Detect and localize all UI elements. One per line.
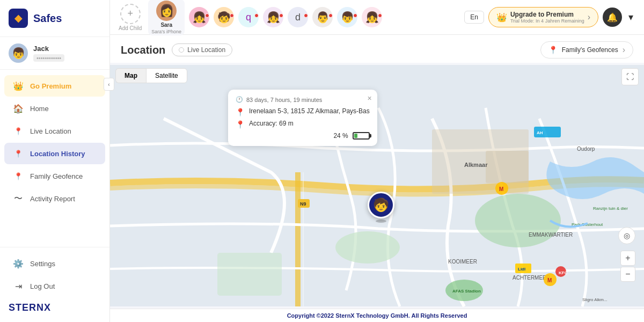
svg-text:Lidl: Lidl — [518, 267, 525, 272]
map-locate-button[interactable]: ◎ — [618, 227, 635, 244]
location-header: Location Live Location 📍 Family's Geofen… — [110, 35, 644, 63]
popup-close-button[interactable]: × — [368, 94, 372, 103]
sidebar-item-label: Activity Report — [30, 195, 75, 203]
svg-point-2 — [335, 231, 400, 264]
home-icon: 🏠 — [13, 103, 24, 114]
map-tab-satellite[interactable]: Satellite — [146, 68, 187, 83]
child-item-6[interactable]: 👨 — [312, 7, 333, 27]
svg-text:KFC: KFC — [559, 270, 568, 275]
locate-icon: ◎ — [618, 227, 635, 244]
sidebar-logo: ◆ Safes — [0, 0, 109, 37]
svg-text:M: M — [499, 186, 503, 192]
logout-icon: ⇥ — [13, 281, 24, 291]
child-avatar-sara: 👩 — [156, 1, 177, 21]
geofence-icon: 📍 — [13, 171, 24, 181]
svg-text:Sligro Alkm...: Sligro Alkm... — [582, 297, 608, 302]
battery-fill — [354, 134, 357, 138]
live-location-button[interactable]: Live Location — [172, 43, 232, 56]
character-avatar: 🧒 — [368, 192, 394, 218]
svg-rect-4 — [217, 253, 282, 296]
page-footer: Copyright ©2022 SternX Technology GmbH. … — [110, 309, 644, 322]
battery-percentage: 24 % — [333, 132, 348, 140]
sidebar-item-label: Live Location — [30, 127, 71, 135]
svg-text:N9: N9 — [300, 201, 306, 207]
child-item-3[interactable]: q — [238, 7, 259, 27]
upgrade-sub: Trial Mode: In 4 Jahren Remaining — [510, 18, 584, 24]
child-item-7[interactable]: 👦 — [337, 7, 357, 27]
svg-rect-6 — [486, 151, 529, 183]
sidebar-item-settings[interactable]: ⚙️ Settings — [4, 253, 105, 274]
notifications-button[interactable]: 🔔 — [603, 8, 622, 27]
svg-text:M: M — [547, 277, 552, 283]
add-child-icon: + — [120, 4, 141, 24]
sidebar-item-location-history[interactable]: 📍 Location History — [4, 143, 105, 164]
fullscreen-icon: ⛶ — [621, 68, 639, 85]
zoom-in-button[interactable]: + — [620, 251, 635, 266]
svg-text:Ranzijn tuin & dier: Ranzijn tuin & dier — [593, 206, 628, 211]
language-button[interactable]: En — [464, 11, 484, 24]
crown-icon: 👑 — [13, 80, 24, 91]
svg-text:EMMAKWARTIER: EMMAKWARTIER — [529, 232, 573, 238]
svg-text:Oudorp: Oudorp — [577, 146, 595, 152]
pin-icon: 📍 — [548, 46, 558, 54]
user-name: Jack — [33, 45, 101, 53]
child-device: Sara's iPhone — [151, 29, 181, 34]
battery-bar — [353, 132, 370, 140]
chevron-right-icon: › — [588, 12, 590, 22]
user-info: Jack •••••••••••• — [33, 45, 101, 62]
svg-text:KOOIMEER: KOOIMEER — [448, 259, 477, 265]
map-fullscreen-button[interactable]: ⛶ — [621, 68, 639, 85]
bell-icon: 🔔 — [607, 12, 618, 23]
geofences-label: Family's Geofences — [562, 46, 618, 54]
sidebar-item-family-geofence[interactable]: 📍 Family Geofence — [4, 165, 105, 187]
sidebar-item-home[interactable]: 🏠 Home — [4, 98, 105, 119]
character-emoji: 🧒 — [373, 197, 389, 213]
svg-text:AH: AH — [537, 130, 543, 135]
settings-icon: ⚙️ — [13, 258, 24, 269]
sidebar-collapse-button[interactable]: ‹ — [104, 78, 114, 91]
popup-time: 🕐 83 days, 7 hours, 19 minutes — [236, 96, 370, 103]
child-item-1[interactable]: 👧 — [189, 7, 209, 27]
sidebar-nav: 👑 Go Premium 🏠 Home 📍 Live Location 📍 Lo… — [0, 70, 109, 247]
child-item-sara-selected[interactable]: 👩 Sara Sara's iPhone — [148, 0, 185, 35]
add-child-button[interactable]: + Add Child — [119, 4, 142, 31]
location-pin-icon: 📍 — [236, 108, 245, 116]
sidebar-item-logout[interactable]: ⇥ Log Out — [4, 275, 105, 297]
upgrade-premium-button[interactable]: 👑 Upgrade to Premium Trial Mode: In 4 Ja… — [488, 7, 598, 27]
sidebar-user: 👦 Jack •••••••••••• — [0, 37, 109, 70]
zoom-out-button[interactable]: − — [620, 267, 635, 282]
sidebar-bottom: ⚙️ Settings ⇥ Log Out STERNX — [0, 247, 109, 322]
map-tab-map[interactable]: Map — [115, 68, 146, 83]
svg-point-3 — [475, 194, 561, 247]
content-area: Location Live Location 📍 Family's Geofen… — [110, 35, 644, 322]
child-item-2[interactable]: 🧒 — [214, 7, 234, 27]
popup-accuracy: Accuracy: 69 m — [249, 120, 294, 127]
popup-battery: 24 % — [236, 132, 370, 140]
family-geofences-button[interactable]: 📍 Family's Geofences › — [540, 41, 633, 58]
svg-text:AFAS Stadion: AFAS Stadion — [452, 289, 481, 294]
avatar: 👦 — [9, 43, 28, 63]
sidebar: ◆ Safes 👦 Jack •••••••••••• ‹ 👑 Go Premi… — [0, 0, 110, 322]
pin-shadow — [376, 219, 386, 223]
page-title: Location — [121, 44, 165, 56]
menu-dropdown-button[interactable]: ▾ — [626, 9, 635, 25]
map-view-controls: Map Satellite — [115, 68, 187, 83]
sidebar-item-label: Go Premium — [30, 82, 71, 90]
chevron-right-icon: › — [623, 45, 625, 55]
add-child-label: Add Child — [119, 25, 142, 31]
upgrade-title: Upgrade to Premium — [510, 11, 584, 18]
map-container: EGMONDERMEER Alkmaar EMMAKWARTIER KOOIME… — [110, 63, 644, 309]
pin-icon: 📍 — [13, 126, 24, 136]
character-location-pin: 🧒 — [368, 192, 394, 223]
live-location-label: Live Location — [187, 46, 225, 54]
sidebar-item-activity-report[interactable]: 〜 Activity Report — [4, 188, 105, 209]
child-item-5[interactable]: d — [288, 7, 308, 27]
activity-icon: 〜 — [13, 193, 24, 204]
pin-filled-icon: 📍 — [13, 148, 24, 159]
sidebar-item-live-location[interactable]: 📍 Live Location — [4, 120, 105, 142]
child-item-4[interactable]: 👧 — [263, 7, 283, 27]
child-item-8[interactable]: 👧 — [362, 7, 382, 27]
footer-copyright: Copyright ©2022 SternX Technology GmbH. … — [287, 312, 467, 319]
accuracy-icon: 📍 — [236, 120, 245, 129]
sidebar-item-go-premium[interactable]: 👑 Go Premium — [4, 75, 105, 97]
